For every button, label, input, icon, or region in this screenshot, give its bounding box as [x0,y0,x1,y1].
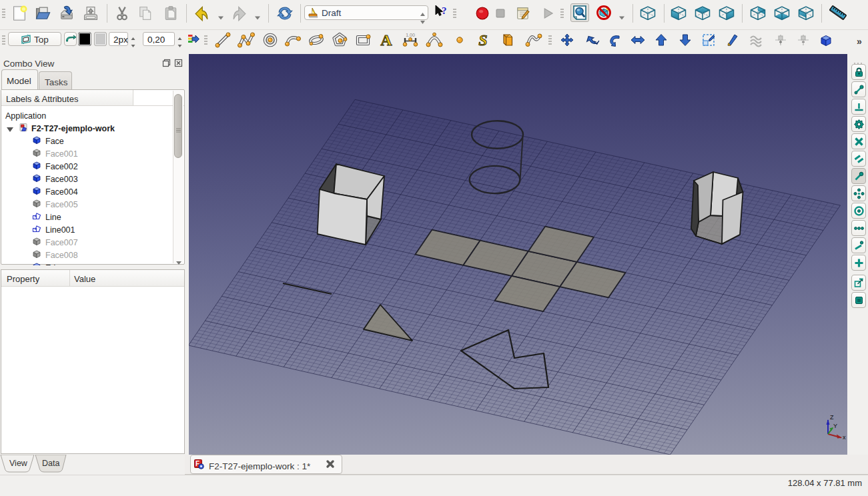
svg-text:S: S [478,31,487,49]
svg-text:Y: Y [833,423,837,429]
svg-text:x: x [843,434,846,441]
svg-text:Z: Z [830,414,834,421]
svg-text:1.00: 1.00 [406,33,415,37]
svg-text:Data: Data [42,459,59,468]
svg-text:A: A [380,31,392,49]
svg-text:View: View [9,459,28,468]
svg-text:?: ? [442,5,447,16]
